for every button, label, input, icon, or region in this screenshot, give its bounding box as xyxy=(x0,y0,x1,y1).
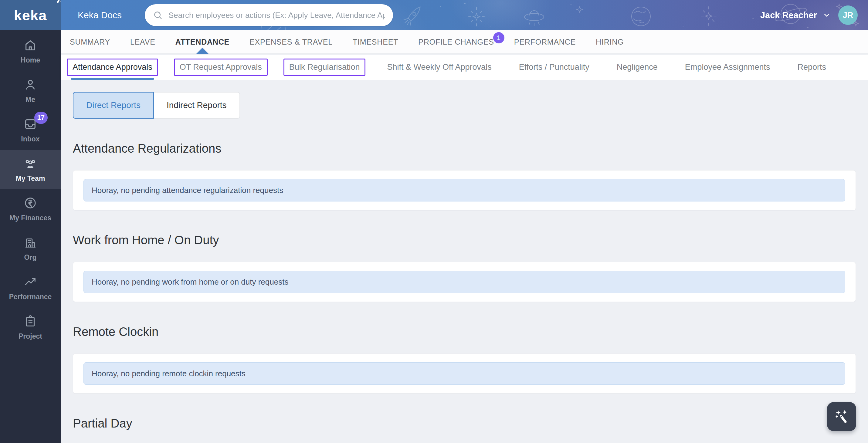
section-card: Hooray, no pending work from home or on … xyxy=(73,262,856,302)
sidebar-item-label: Home xyxy=(21,56,40,64)
tab-summary[interactable]: SUMMARY xyxy=(70,30,110,54)
section-attendance-regularizations: Attendance Regularizations Hooray, no pe… xyxy=(73,141,856,210)
tab-expenses-travel[interactable]: EXPENSES & TRAVEL xyxy=(249,30,333,54)
keka-logo[interactable]: keka xyxy=(0,0,61,30)
sidebar-item-my-team[interactable]: My Team xyxy=(0,150,61,189)
tab-performance[interactable]: PERFORMANCE xyxy=(514,30,576,54)
subnav-tab-reports[interactable]: Reports xyxy=(792,55,832,80)
subnav-tab-shift-weekly-off-approvals[interactable]: Shift & Weekly Off Approvals xyxy=(381,55,497,80)
sidebar-item-label: Performance xyxy=(9,293,52,301)
tab-hiring[interactable]: HIRING xyxy=(596,30,624,54)
user-name-label: Jack Reacher xyxy=(760,10,817,20)
tab-leave[interactable]: LEAVE xyxy=(130,30,155,54)
subnav-tab-efforts-punctuality[interactable]: Efforts / Punctuality xyxy=(513,55,595,80)
subnav-label: Employee Assignments xyxy=(679,59,776,76)
toggle-label: Indirect Reports xyxy=(166,100,227,110)
subnav-label: Bulk Regularisation xyxy=(283,59,366,76)
tab-label: PERFORMANCE xyxy=(514,38,576,46)
assistant-fab-button[interactable] xyxy=(827,402,856,431)
global-search-bar[interactable] xyxy=(145,4,393,26)
reports-scope-toggle: Direct Reports Indirect Reports xyxy=(73,92,856,119)
subnav-tab-negligence[interactable]: Negligence xyxy=(611,55,663,80)
building-icon xyxy=(23,235,37,249)
section-card: Hooray, no pending attendance regulariza… xyxy=(73,170,856,210)
subnav-tab-bulk-regularisation[interactable]: Bulk Regularisation xyxy=(283,55,366,80)
tab-label: EXPENSES & TRAVEL xyxy=(249,38,333,46)
empty-state-banner: Hooray, no pending remote clockin reques… xyxy=(84,362,845,385)
sidebar: Home Me 17 Inbox xyxy=(0,30,61,443)
subnav-label: OT Request Approvals xyxy=(174,59,268,76)
section-card: Hooray, no pending remote clockin reques… xyxy=(73,353,856,393)
keka-logo-text: keka xyxy=(14,7,47,24)
section-title: Remote Clockin xyxy=(73,324,856,339)
toggle-label: Direct Reports xyxy=(86,100,141,110)
avatar[interactable]: JR xyxy=(838,5,858,25)
section-work-from-home-on-duty: Work from Home / On Duty Hooray, no pend… xyxy=(73,233,856,302)
sidebar-item-label: Me xyxy=(26,96,35,104)
sidebar-item-label: My Team xyxy=(16,175,45,183)
subnav-tab-employee-assignments[interactable]: Employee Assignments xyxy=(679,55,776,80)
home-icon xyxy=(23,38,37,52)
search-input[interactable] xyxy=(168,11,385,20)
sidebar-item-me[interactable]: Me xyxy=(0,71,61,110)
tab-label: PROFILE CHANGES xyxy=(418,38,494,46)
sidebar-item-project[interactable]: Project xyxy=(0,308,61,347)
sidebar-item-org[interactable]: Org xyxy=(0,229,61,268)
sidebar-item-label: Project xyxy=(19,332,42,341)
sidebar-item-home[interactable]: Home xyxy=(0,32,61,71)
tab-label: TIMESHEET xyxy=(353,38,398,46)
rupee-icon xyxy=(23,196,37,210)
section-title: Partial Day xyxy=(73,416,856,431)
tab-attendance[interactable]: ATTENDANCE xyxy=(176,30,229,54)
magic-wand-icon xyxy=(833,408,850,425)
top-header: Keka Docs Jack Reacher JR xyxy=(61,0,868,30)
subnav-label: Efforts / Punctuality xyxy=(513,59,595,76)
notification-badge: 1 xyxy=(493,32,504,43)
section-title: Work from Home / On Duty xyxy=(73,233,856,247)
sidebar-item-performance[interactable]: Performance xyxy=(0,268,61,308)
section-remote-clockin: Remote Clockin Hooray, no pending remote… xyxy=(73,324,856,393)
subnav-tab-attendance-approvals[interactable]: Attendance Approvals xyxy=(67,55,158,80)
chevron-down-icon xyxy=(823,11,831,20)
trend-icon xyxy=(23,275,37,289)
sidebar-item-label: Inbox xyxy=(21,135,39,143)
search-icon xyxy=(153,10,163,20)
attendance-subnav: Attendance Approvals OT Request Approval… xyxy=(61,55,868,80)
tab-label: HIRING xyxy=(596,38,624,46)
team-icon xyxy=(23,157,37,170)
direct-reports-button[interactable]: Direct Reports xyxy=(73,92,154,119)
user-name-dropdown[interactable]: Jack Reacher xyxy=(760,10,831,20)
subnav-tab-ot-request-approvals[interactable]: OT Request Approvals xyxy=(174,55,268,80)
sidebar-item-my-finances[interactable]: My Finances xyxy=(0,189,61,229)
empty-state-banner: Hooray, no pending attendance regulariza… xyxy=(84,179,845,201)
tab-label: SUMMARY xyxy=(70,38,110,46)
subnav-label: Negligence xyxy=(611,59,663,76)
inbox-icon: 17 xyxy=(23,117,37,131)
sidebar-item-label: My Finances xyxy=(9,214,51,222)
clipboard-icon xyxy=(23,314,37,328)
keka-app: keka xyxy=(0,0,868,443)
avatar-initials: JR xyxy=(843,11,854,20)
subnav-label: Shift & Weekly Off Approvals xyxy=(381,59,497,76)
sidebar-item-label: Org xyxy=(24,253,37,261)
indirect-reports-button[interactable]: Indirect Reports xyxy=(153,92,240,119)
section-title: Attendance Regularizations xyxy=(73,141,856,156)
tab-label: LEAVE xyxy=(130,38,155,46)
app-title: Keka Docs xyxy=(78,0,122,30)
section-partial-day: Partial Day xyxy=(73,416,856,443)
tab-profile-changes[interactable]: PROFILE CHANGES 1 xyxy=(418,30,494,54)
sidebar-item-inbox[interactable]: 17 Inbox xyxy=(0,110,61,150)
subnav-label: Attendance Approvals xyxy=(67,59,158,76)
tab-timesheet[interactable]: TIMESHEET xyxy=(353,30,398,54)
module-tab-bar: SUMMARY LEAVE ATTENDANCE EXPENSES & TRAV… xyxy=(61,30,868,54)
main-content: Direct Reports Indirect Reports Attendan… xyxy=(61,80,868,443)
user-menu: Jack Reacher JR xyxy=(760,0,858,30)
tab-label: ATTENDANCE xyxy=(176,38,229,46)
empty-state-banner: Hooray, no pending work from home or on … xyxy=(84,271,845,293)
inbox-count-badge: 17 xyxy=(34,112,48,124)
user-icon xyxy=(23,78,37,92)
subnav-label: Reports xyxy=(792,59,832,76)
